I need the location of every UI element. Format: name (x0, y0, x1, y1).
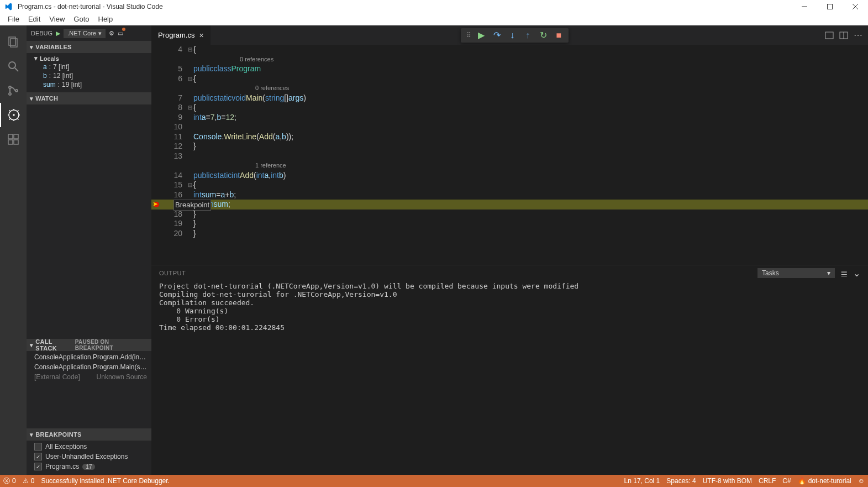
svg-rect-14 (14, 134, 18, 139)
window-title: Program.cs - dot-net-turorial - Visual S… (17, 3, 792, 11)
status-language[interactable]: C# (779, 475, 794, 487)
svg-rect-16 (14, 140, 18, 144)
status-project[interactable]: 🔥dot-net-turorial (795, 475, 855, 487)
locals-group[interactable]: ▾ Locals (27, 54, 151, 62)
split-editor-icon[interactable] (825, 31, 834, 40)
svg-point-6 (9, 62, 15, 69)
breakpoint-item[interactable]: All Exceptions (27, 442, 151, 452)
breakpoint-item[interactable]: ✓User-Unhandled Exceptions (27, 452, 151, 462)
svg-point-12 (13, 114, 14, 116)
checkbox[interactable]: ✓ (34, 463, 42, 470)
step-out-icon[interactable]: ↑ (523, 30, 532, 40)
gear-icon[interactable]: ⚙ (109, 30, 114, 37)
activity-debug[interactable] (0, 103, 27, 127)
checkbox[interactable] (34, 443, 42, 451)
svg-point-10 (15, 90, 18, 92)
statusbar: ⓧ0 ⚠0 Successfully installed .NET Core D… (0, 475, 868, 487)
svg-point-8 (9, 86, 11, 88)
window-titlebar: Program.cs - dot-net-turorial - Visual S… (0, 0, 868, 13)
window-minimize[interactable] (792, 0, 817, 13)
svg-rect-17 (825, 32, 833, 39)
output-text[interactable]: Project dot-net-turorial (.NETCoreApp,Ve… (151, 281, 868, 475)
start-debug-icon[interactable]: ▶ (56, 30, 60, 37)
checkbox[interactable]: ✓ (34, 453, 42, 460)
status-position[interactable]: Ln 17, Col 1 (621, 475, 664, 487)
menu-edit[interactable]: Edit (24, 13, 45, 25)
svg-rect-1 (828, 4, 833, 9)
activitybar (0, 25, 27, 475)
restart-icon[interactable]: ↻ (539, 30, 548, 40)
menu-view[interactable]: View (45, 13, 69, 25)
code-editor[interactable]: ➤ 4567891011121314151617181920 ⊟⊟⊟⊟ {0 r… (151, 45, 868, 265)
variable-item[interactable]: sum: 19 [int] (27, 80, 151, 89)
clear-output-icon[interactable]: ≣ (840, 268, 848, 279)
panel-toggle-icon[interactable]: ⌄ (853, 268, 860, 279)
debug-config-dropdown[interactable]: .NET Core ▾ (64, 29, 106, 38)
svg-line-7 (15, 68, 18, 71)
output-channel-dropdown[interactable]: Tasks▾ (757, 268, 835, 278)
svg-point-9 (9, 93, 11, 95)
breakpoint-item[interactable]: ✓Program.cs17 (27, 462, 151, 472)
smiley-icon: ☺ (858, 477, 865, 485)
variable-item[interactable]: b: 12 [int] (27, 71, 151, 80)
debug-header: DEBUG ▶ .NET Core ▾ ⚙ ▭ (27, 25, 151, 41)
status-feedback[interactable]: ☺ (855, 475, 868, 487)
status-message[interactable]: Successfully installed .NET Core Debugge… (38, 475, 173, 487)
activity-extensions[interactable] (0, 127, 27, 151)
callstack-frame[interactable]: ConsoleApplication.Program.Main(s… (27, 362, 151, 372)
error-icon: ⓧ (3, 476, 10, 486)
editor-tab[interactable]: Program.cs × (151, 25, 211, 45)
menu-file[interactable]: File (3, 13, 24, 25)
section-watch[interactable]: ▾ WATCH (27, 92, 151, 104)
drag-handle-icon[interactable]: ⠿ (466, 32, 470, 39)
activity-search[interactable] (0, 54, 27, 78)
activity-explorer[interactable] (0, 30, 27, 54)
activity-git[interactable] (0, 78, 27, 103)
output-panel: OUTPUT Tasks▾ ≣ ⌄ Project dot-net-turori… (151, 265, 868, 475)
debug-sidebar: DEBUG ▶ .NET Core ▾ ⚙ ▭ ▾ VARIABLES ▾ Lo… (27, 25, 151, 475)
menubar: File Edit View Goto Help (0, 13, 868, 25)
tab-row: Program.cs × ⠿ ▶ ↷ ↓ ↑ ↻ ■ ⋯ (151, 25, 868, 45)
status-spaces[interactable]: Spaces: 4 (663, 475, 699, 487)
breakpoint-label: Breakpoint (173, 200, 211, 211)
panel-title[interactable]: OUTPUT (159, 270, 186, 276)
svg-rect-13 (8, 134, 13, 139)
menu-goto[interactable]: Goto (69, 13, 93, 25)
status-errors[interactable]: ⓧ0 (0, 475, 19, 487)
status-warnings[interactable]: ⚠0 (19, 475, 38, 487)
step-over-icon[interactable]: ↷ (492, 30, 501, 40)
vscode-icon (3, 2, 13, 12)
section-variables[interactable]: ▾ VARIABLES (27, 41, 151, 53)
debug-label: DEBUG (31, 30, 52, 36)
menu-help[interactable]: Help (94, 13, 118, 25)
window-maximize[interactable] (817, 0, 843, 13)
section-breakpoints[interactable]: ▾ BREAKPOINTS (27, 428, 151, 441)
status-encoding[interactable]: UTF-8 with BOM (699, 475, 755, 487)
callstack-frame[interactable]: ConsoleApplication.Program.Add(in… (27, 352, 151, 362)
debug-console-icon[interactable]: ▭ (118, 30, 123, 37)
debug-toolbar[interactable]: ⠿ ▶ ↷ ↓ ↑ ↻ ■ (461, 28, 569, 43)
variable-item[interactable]: a: 7 [int] (27, 62, 151, 71)
stop-icon[interactable]: ■ (554, 30, 563, 40)
window-close[interactable] (843, 0, 868, 13)
more-icon[interactable]: ⋯ (854, 30, 862, 40)
continue-icon[interactable]: ▶ (477, 30, 486, 40)
svg-rect-15 (8, 140, 13, 144)
status-eol[interactable]: CRLF (755, 475, 779, 487)
tab-label: Program.cs (158, 31, 194, 39)
flame-icon: 🔥 (798, 477, 806, 485)
close-icon[interactable]: × (199, 31, 203, 40)
split-editor-icon-2[interactable] (839, 31, 848, 40)
editor-area: Program.cs × ⠿ ▶ ↷ ↓ ↑ ↻ ■ ⋯ (151, 25, 868, 475)
warning-icon: ⚠ (23, 477, 29, 485)
section-callstack[interactable]: ▾ CALL STACKPAUSED ON BREAKPOINT (27, 339, 151, 351)
step-into-icon[interactable]: ↓ (508, 30, 517, 40)
callstack-frame[interactable]: [External Code]Unknown Source (27, 372, 151, 382)
